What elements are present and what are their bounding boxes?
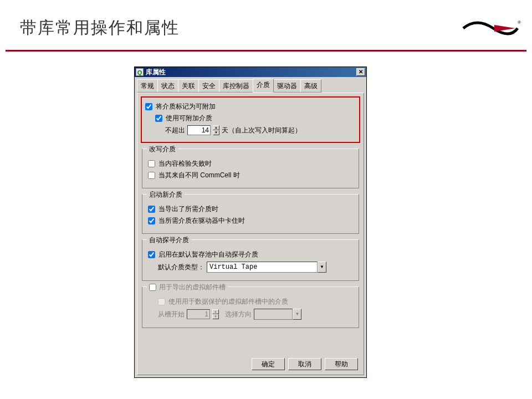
header-divider bbox=[6, 50, 526, 52]
autodetect-enable-label: 启用在默认暂存池中自动探寻介质 bbox=[158, 250, 258, 259]
direction-select bbox=[254, 309, 293, 320]
tab-status[interactable]: 状态 bbox=[157, 79, 178, 93]
mark-appendable-label: 将介质标记为可附加 bbox=[156, 102, 216, 111]
tab-assoc[interactable]: 关联 bbox=[178, 79, 199, 93]
default-media-type-select[interactable]: Virtual Tape bbox=[207, 262, 318, 273]
spinner-up-icon[interactable]: ▲ bbox=[213, 125, 219, 130]
cancel-button[interactable]: 取消 bbox=[288, 358, 321, 370]
new-media-group: 启动新介质 当导出了所需介质时 当所需介质在驱动器中卡住时 bbox=[142, 194, 359, 234]
new-media-legend: 启动新介质 bbox=[147, 190, 185, 200]
dialog-button-row: 确定 取消 帮助 bbox=[252, 358, 358, 370]
use-protected-media-label: 使用用于数据保护的虚拟邮件槽中的介质 bbox=[168, 297, 288, 306]
max-days-suffix: 天（自上次写入时间算起） bbox=[222, 126, 301, 135]
chevron-down-icon[interactable]: ▼ bbox=[318, 262, 326, 273]
tab-bar: 常规 状态 关联 安全 库控制器 介质 驱动器 高级 bbox=[135, 77, 366, 93]
spinner-up-icon: ▲ bbox=[212, 309, 219, 314]
diff-commcell-checkbox[interactable] bbox=[148, 172, 155, 179]
mark-appendable-checkbox[interactable] bbox=[145, 103, 152, 110]
tab-panel-media: 将介质标记为可附加 使用可附加介质 不超出 ▲▼ 天（自上次写入时间算起） 改写… bbox=[137, 93, 364, 375]
page-title: 带库常用操作和属性 bbox=[20, 17, 180, 39]
max-days-input[interactable] bbox=[187, 125, 211, 135]
virtual-mailslot-group: 用于导出的虚拟邮件槽 使用用于数据保护的虚拟邮件槽中的介质 从槽开始 ▲▼ 选择… bbox=[142, 287, 359, 328]
tab-advanced[interactable]: 高级 bbox=[300, 79, 321, 93]
use-protected-media-checkbox bbox=[158, 298, 165, 305]
slot-start-prefix: 从槽开始 bbox=[158, 310, 185, 319]
content-fail-label: 当内容检验失败时 bbox=[158, 159, 212, 168]
export-needed-label: 当导出了所需介质时 bbox=[158, 204, 218, 214]
max-days-prefix: 不超出 bbox=[165, 126, 185, 135]
default-media-type-prefix: 默认介质类型： bbox=[158, 263, 204, 272]
app-icon: Q bbox=[136, 68, 144, 76]
autodetect-enable-checkbox[interactable] bbox=[148, 251, 155, 258]
autodetect-media-group: 自动探寻介质 启用在默认暂存池中自动探寻介质 默认介质类型： Virtual T… bbox=[142, 239, 359, 281]
ok-button[interactable]: 确定 bbox=[252, 358, 285, 370]
svg-text:®: ® bbox=[518, 20, 521, 25]
spinner-down-icon[interactable]: ▼ bbox=[213, 130, 219, 135]
appendable-media-highlight: 将介质标记为可附加 使用可附加介质 不超出 ▲▼ 天（自上次写入时间算起） bbox=[141, 96, 360, 143]
rewrite-media-group: 改写介质 当内容检验失败时 当其来自不同 CommCell 时 bbox=[142, 149, 359, 188]
autodetect-legend: 自动探寻介质 bbox=[147, 236, 191, 245]
tab-drives[interactable]: 驱动器 bbox=[273, 79, 301, 93]
media-stuck-checkbox[interactable] bbox=[148, 217, 155, 224]
dialog-titlebar: Q 库属性 ✕ bbox=[135, 67, 366, 77]
slot-start-input bbox=[187, 309, 210, 319]
library-properties-dialog: Q 库属性 ✕ 常规 状态 关联 安全 库控制器 介质 驱动器 高级 将介质标记… bbox=[134, 66, 367, 378]
virtual-mailslot-legend-row: 用于导出的虚拟邮件槽 bbox=[147, 283, 228, 292]
chevron-down-icon: ▼ bbox=[293, 309, 301, 320]
direction-label: 选择方向 bbox=[225, 310, 252, 319]
brand-logo: ® bbox=[460, 18, 521, 38]
virtual-mailslot-legend: 用于导出的虚拟邮件槽 bbox=[159, 283, 226, 291]
media-stuck-label: 当所需介质在驱动器中卡住时 bbox=[158, 216, 245, 226]
slot-start-spinner: ▲▼ bbox=[212, 309, 219, 319]
virtual-mailslot-enable-checkbox[interactable] bbox=[149, 284, 156, 291]
rewrite-media-legend: 改写介质 bbox=[147, 145, 178, 154]
diff-commcell-label: 当其来自不同 CommCell 时 bbox=[158, 171, 240, 180]
use-appendable-checkbox[interactable] bbox=[155, 115, 162, 122]
max-days-spinner[interactable]: ▲▼ bbox=[213, 125, 219, 135]
export-needed-checkbox[interactable] bbox=[148, 206, 155, 213]
spinner-down-icon: ▼ bbox=[212, 314, 219, 319]
tab-general[interactable]: 常规 bbox=[137, 79, 158, 93]
dialog-title: 库属性 bbox=[146, 68, 356, 77]
content-fail-checkbox[interactable] bbox=[148, 160, 155, 167]
tab-media[interactable]: 介质 bbox=[253, 79, 274, 93]
help-button[interactable]: 帮助 bbox=[325, 358, 358, 370]
close-icon[interactable]: ✕ bbox=[356, 68, 365, 76]
use-appendable-label: 使用可附加介质 bbox=[166, 114, 212, 123]
tab-security[interactable]: 安全 bbox=[198, 79, 219, 93]
tab-libctrl[interactable]: 库控制器 bbox=[219, 79, 253, 93]
